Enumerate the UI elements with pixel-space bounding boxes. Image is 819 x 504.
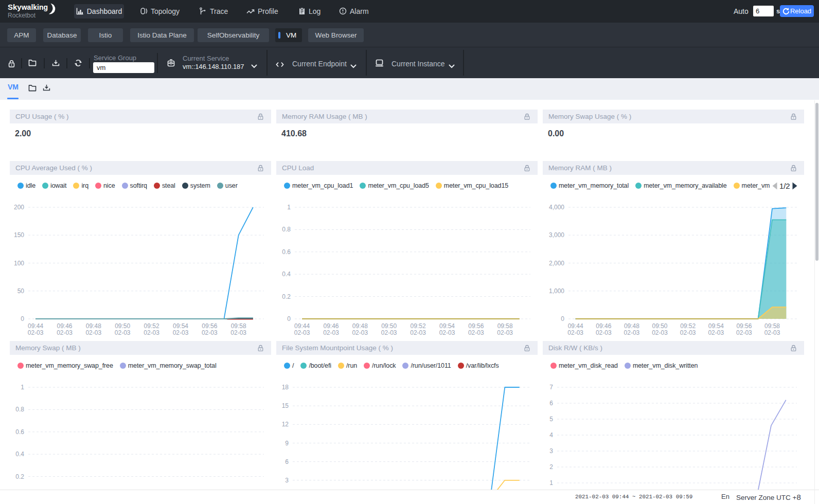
svg-text:09:5202-03: 09:5202-03 [680, 322, 696, 336]
svg-text:09:5602-03: 09:5602-03 [736, 322, 752, 336]
svg-text:09:5002-03: 09:5002-03 [652, 322, 668, 336]
svg-text:0: 0 [561, 315, 564, 322]
svg-text:09:4602-03: 09:4602-03 [57, 322, 73, 336]
svg-text:09:5402-03: 09:5402-03 [173, 322, 189, 336]
svg-text:1: 1 [21, 384, 24, 391]
svg-text:09:4402-03: 09:4402-03 [28, 322, 44, 336]
svg-text:200: 200 [14, 204, 24, 211]
svg-text:0.8: 0.8 [282, 226, 291, 233]
svg-text:09:5802-03: 09:5802-03 [230, 322, 246, 336]
svg-text:12: 12 [282, 421, 289, 428]
svg-text:0.6: 0.6 [282, 248, 291, 256]
svg-text:3: 3 [285, 477, 289, 484]
svg-text:09:4602-03: 09:4602-03 [596, 322, 612, 336]
svg-text:0: 0 [287, 315, 291, 322]
svg-text:5: 5 [549, 416, 553, 423]
svg-text:09:4802-03: 09:4802-03 [85, 322, 101, 336]
svg-text:100: 100 [14, 260, 24, 267]
svg-text:2: 2 [549, 463, 553, 471]
svg-text:09:5602-03: 09:5602-03 [202, 322, 218, 336]
svg-text:18: 18 [282, 384, 289, 391]
svg-text:6: 6 [549, 400, 553, 407]
svg-text:09:5402-03: 09:5402-03 [708, 322, 724, 336]
svg-text:0.6: 0.6 [15, 428, 24, 436]
svg-text:2,000: 2,000 [549, 260, 564, 267]
svg-text:09:5202-03: 09:5202-03 [410, 322, 426, 336]
svg-text:09:5802-03: 09:5802-03 [497, 322, 513, 336]
svg-text:09:5402-03: 09:5402-03 [439, 322, 455, 336]
svg-text:09:5002-03: 09:5002-03 [115, 322, 131, 336]
svg-text:09:5202-03: 09:5202-03 [144, 322, 159, 336]
svg-text:0.4: 0.4 [282, 271, 291, 278]
svg-text:150: 150 [14, 231, 24, 239]
svg-text:09:4402-03: 09:4402-03 [567, 322, 583, 336]
svg-text:09:4402-03: 09:4402-03 [294, 322, 310, 336]
svg-text:09:4802-03: 09:4802-03 [352, 322, 368, 336]
svg-text:4,000: 4,000 [549, 204, 564, 211]
svg-text:9: 9 [285, 440, 289, 447]
svg-text:6: 6 [285, 458, 289, 465]
svg-text:09:4802-03: 09:4802-03 [624, 322, 640, 336]
svg-text:1,000: 1,000 [549, 287, 564, 295]
svg-text:0.8: 0.8 [15, 406, 24, 413]
svg-text:3,000: 3,000 [549, 231, 564, 239]
svg-text:0: 0 [21, 315, 24, 322]
svg-text:3: 3 [549, 447, 553, 455]
svg-text:4: 4 [549, 431, 553, 439]
svg-text:09:5802-03: 09:5802-03 [764, 322, 780, 336]
svg-text:0.4: 0.4 [15, 451, 24, 458]
svg-text:50: 50 [17, 287, 25, 295]
svg-text:1: 1 [287, 204, 291, 211]
svg-text:15: 15 [282, 402, 289, 409]
svg-text:09:4602-03: 09:4602-03 [323, 322, 339, 336]
svg-text:09:5602-03: 09:5602-03 [468, 322, 484, 336]
svg-text:0.2: 0.2 [15, 473, 24, 480]
svg-text:09:5002-03: 09:5002-03 [381, 322, 397, 336]
svg-text:0.2: 0.2 [282, 293, 291, 300]
svg-text:7: 7 [549, 384, 553, 391]
svg-text:1: 1 [549, 479, 553, 487]
